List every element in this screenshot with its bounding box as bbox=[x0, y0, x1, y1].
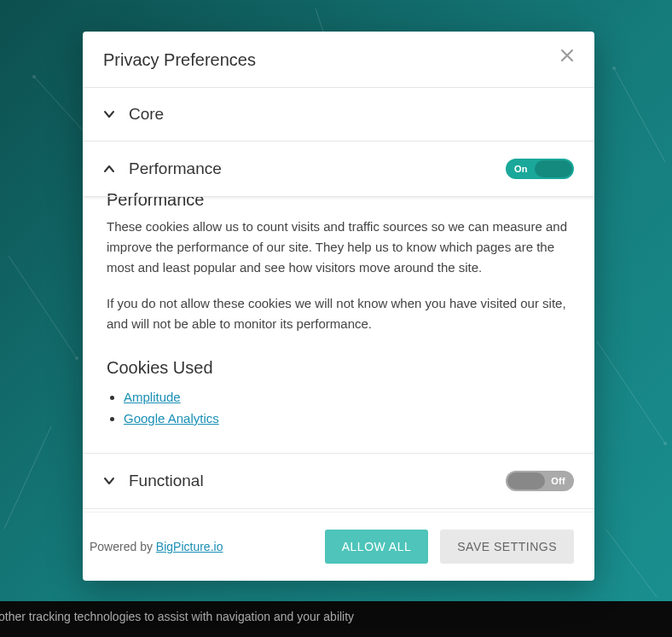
toggle-functional-state: Off bbox=[542, 476, 574, 486]
category-performance: Performance On bbox=[83, 142, 594, 197]
powered-by-prefix: Powered by bbox=[90, 540, 156, 553]
save-settings-button[interactable]: SAVE SETTINGS bbox=[440, 530, 574, 564]
category-core-label: Core bbox=[129, 105, 574, 124]
toggle-knob bbox=[507, 472, 545, 489]
modal-header: Privacy Preferences bbox=[83, 32, 594, 88]
category-targeting: Targeting Off bbox=[83, 509, 594, 512]
list-item: Google Analytics bbox=[124, 411, 571, 426]
category-core: Core bbox=[83, 88, 594, 142]
powered-by: Powered by BigPicture.io bbox=[90, 540, 313, 553]
category-performance-header[interactable]: Performance On bbox=[83, 142, 594, 196]
powered-by-link[interactable]: BigPicture.io bbox=[156, 540, 223, 553]
cookie-banner-bottom: other tracking technologies to assist wi… bbox=[0, 601, 672, 637]
category-scroll-region[interactable]: Core Performance On Performance The bbox=[83, 88, 594, 512]
category-functional: Functional Off bbox=[83, 453, 594, 509]
toggle-functional[interactable]: Off bbox=[506, 471, 574, 491]
modal-body: Core Performance On Performance The bbox=[83, 88, 594, 512]
toggle-performance-state: On bbox=[506, 164, 536, 174]
toggle-performance[interactable]: On bbox=[506, 159, 574, 179]
cookie-link-google-analytics[interactable]: Google Analytics bbox=[124, 411, 219, 426]
cookie-banner-text-fragment: other tracking technologies to assist wi… bbox=[0, 610, 672, 623]
close-icon bbox=[560, 49, 574, 62]
modal-title: Privacy Preferences bbox=[103, 50, 256, 70]
chevron-down-icon bbox=[103, 475, 115, 487]
category-functional-label: Functional bbox=[129, 472, 506, 490]
cookie-link-amplitude[interactable]: Amplitude bbox=[124, 390, 181, 404]
performance-description-1: These cookies allow us to count visits a… bbox=[107, 217, 571, 278]
modal-footer: Powered by BigPicture.io ALLOW ALL SAVE … bbox=[83, 512, 594, 581]
category-functional-header[interactable]: Functional Off bbox=[83, 454, 594, 508]
allow-all-button[interactable]: ALLOW ALL bbox=[325, 530, 429, 564]
chevron-up-icon bbox=[103, 163, 115, 175]
category-performance-label: Performance bbox=[129, 159, 506, 178]
category-performance-expanded: Performance These cookies allow us to co… bbox=[83, 197, 594, 453]
toggle-knob bbox=[535, 160, 572, 177]
category-core-header[interactable]: Core bbox=[83, 88, 594, 141]
performance-description-2: If you do not allow these cookies we wil… bbox=[107, 293, 571, 334]
privacy-preferences-modal: Privacy Preferences Core Perfor bbox=[83, 32, 594, 581]
close-button[interactable] bbox=[560, 47, 574, 66]
cookies-used-list: Amplitude Google Analytics bbox=[107, 390, 571, 426]
cookies-used-heading: Cookies Used bbox=[107, 358, 571, 378]
list-item: Amplitude bbox=[124, 390, 571, 404]
chevron-down-icon bbox=[103, 108, 115, 120]
category-targeting-header[interactable]: Targeting Off bbox=[83, 509, 594, 512]
